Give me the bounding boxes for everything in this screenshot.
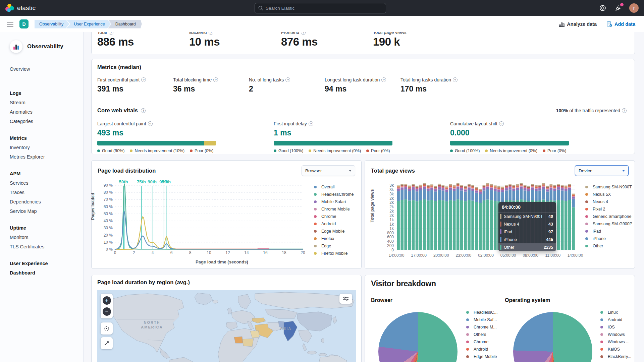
legend-item-edge-mobile[interactable]: Edge Mobile xyxy=(466,353,498,360)
breakdown-select-browser[interactable]: Browser xyxy=(302,165,355,176)
world-map[interactable]: NORTH AMERICA ASIA + − xyxy=(97,290,356,362)
legend-item-headlessc[interactable]: HeadlessC... xyxy=(466,309,498,316)
svg-text:20 %: 20 % xyxy=(104,233,113,238)
legend-item-chrome-m[interactable]: Chrome M... xyxy=(466,323,498,331)
info-icon[interactable]: ? xyxy=(453,77,458,82)
legend-item-samsung-sm-n900t[interactable]: Samsung SM-N900T xyxy=(585,183,632,191)
user-avatar[interactable]: r xyxy=(629,3,639,13)
info-icon[interactable]: ? xyxy=(148,121,153,126)
breadcrumb-user-experience[interactable]: User Experience xyxy=(66,20,111,28)
zoom-in-button[interactable]: + xyxy=(103,296,111,305)
legend-dot xyxy=(585,200,588,203)
add-data-button[interactable]: Add data xyxy=(607,21,635,27)
legend-item-firefox[interactable]: Firefox xyxy=(466,360,498,362)
legend-dot xyxy=(585,245,588,247)
legend-item-generic-smartphone[interactable]: Generic Smartphone xyxy=(585,213,632,220)
sidebar-item-stream[interactable]: Stream xyxy=(10,98,83,107)
info-icon[interactable]: ? xyxy=(213,77,218,82)
legend-dot xyxy=(466,348,469,351)
map-settings-button[interactable] xyxy=(339,294,352,304)
svg-text:30 %: 30 % xyxy=(104,226,113,230)
legend-item-others[interactable]: Others xyxy=(600,360,631,362)
legend-item-windows[interactable]: Windows xyxy=(600,331,631,338)
vital-bar-segment xyxy=(97,141,204,145)
legend-item-blackberry[interactable]: BlackBerry... xyxy=(600,353,631,360)
legend-item-android[interactable]: Android xyxy=(314,220,354,228)
breadcrumb-observability[interactable]: Observability xyxy=(35,20,69,28)
legend-item-firefox-mobile[interactable]: Firefox Mobile xyxy=(314,250,354,257)
total-page-views-panel: Total page views Device Total page views… xyxy=(365,160,635,269)
sidebar-item-anomalies[interactable]: Anomalies xyxy=(10,107,83,117)
sidebar-item-tls-certificates[interactable]: TLS Certificates xyxy=(10,242,83,251)
legend-item-edge-mobile[interactable]: Edge Mobile xyxy=(314,228,354,235)
legend-item-nexus-5x[interactable]: Nexus 5X xyxy=(585,191,632,198)
newsfeed-icon[interactable] xyxy=(614,4,623,12)
breakdown-select-device[interactable]: Device xyxy=(575,165,629,176)
browser-pie-chart[interactable] xyxy=(378,312,458,362)
info-icon[interactable]: ? xyxy=(141,108,146,113)
sidebar-item-traces[interactable]: Traces xyxy=(10,188,83,197)
legend-dot xyxy=(130,149,132,152)
legend-item-pixel-2[interactable]: Pixel 2 xyxy=(585,205,632,213)
locate-button[interactable] xyxy=(101,322,113,335)
legend-item-kaios[interactable]: KaiOS xyxy=(600,346,631,353)
sidebar-item-metrics-explorer[interactable]: Metrics Explorer xyxy=(10,152,83,162)
legend-item-chrome[interactable]: Chrome xyxy=(314,213,354,220)
metric-label: First contentful paint? xyxy=(97,77,173,82)
expand-button[interactable] xyxy=(101,337,113,349)
sidebar-item-service-map[interactable]: Service Map xyxy=(10,206,83,216)
legend-item-samsung-sm-g900p[interactable]: Samsung SM-G900P xyxy=(585,220,632,228)
legend-item-headlesschrome[interactable]: HeadlessChrome xyxy=(314,191,354,198)
legend-item-edge[interactable]: Edge xyxy=(314,242,354,250)
legend-item-android[interactable]: Android xyxy=(600,316,631,323)
legend-item-overall[interactable]: Overall xyxy=(314,183,354,191)
info-icon[interactable]: ? xyxy=(622,108,627,113)
menu-icon[interactable] xyxy=(7,22,13,26)
legend-item-iphone[interactable]: iPhone xyxy=(585,235,632,242)
info-icon[interactable]: ? xyxy=(381,77,386,82)
legend-item-ios[interactable]: iOS xyxy=(600,323,631,331)
legend-item-linux[interactable]: Linux xyxy=(600,309,631,316)
page-load-distribution-chart[interactable]: 0 %10 %20 %30 %40 %50 %60 %70 %80 %90 %0… xyxy=(98,179,326,258)
info-icon[interactable]: ? xyxy=(285,77,290,82)
notification-dot xyxy=(620,3,624,6)
sidebar-nav: OverviewLogsStreamAnomaliesCategoriesMet… xyxy=(10,64,83,278)
legend-item-nexus-4[interactable]: Nexus 4 xyxy=(585,198,632,205)
svg-text:17:00:00: 17:00:00 xyxy=(411,253,427,258)
legend-dot xyxy=(309,149,311,152)
info-icon[interactable]: ? xyxy=(141,77,146,82)
search-input[interactable] xyxy=(266,6,382,11)
sidebar-item-inventory[interactable]: Inventory xyxy=(10,143,83,152)
vital-label: Largest contentful paint? xyxy=(97,121,274,126)
legend-item-mobile-saf[interactable]: Mobile Saf... xyxy=(466,316,498,323)
analyze-data-button[interactable]: Analyze data xyxy=(559,21,597,27)
info-icon[interactable]: ? xyxy=(309,121,313,126)
sidebar-item-dependencies[interactable]: Dependencies xyxy=(10,197,83,206)
os-pie-chart[interactable] xyxy=(513,312,592,362)
sidebar-item-monitors[interactable]: Monitors xyxy=(10,233,83,242)
sidebar-item-dashboard[interactable]: Dashboard xyxy=(10,268,83,278)
info-icon[interactable]: ? xyxy=(499,121,504,126)
legend-item-windows[interactable]: Windows ... xyxy=(600,338,631,346)
top-bar: elastic xyxy=(0,0,644,16)
space-badge[interactable]: D xyxy=(19,19,29,28)
legend-item-other[interactable]: Other xyxy=(585,242,632,250)
legend-item-ipad[interactable]: iPad xyxy=(585,228,632,235)
help-icon[interactable] xyxy=(598,4,607,12)
legend-item-mobile-safari[interactable]: Mobile Safari xyxy=(314,198,354,205)
tooltip-row-other: Other2235 xyxy=(498,243,556,251)
legend-item-chrome-mobile[interactable]: Chrome Mobile xyxy=(314,205,354,213)
elastic-logo[interactable]: elastic xyxy=(5,4,36,12)
sidebar-item-overview[interactable]: Overview xyxy=(10,64,83,74)
kpi-value: 10 ms xyxy=(189,36,281,48)
legend-item-android[interactable]: Android xyxy=(466,346,498,353)
sidebar-item-categories[interactable]: Categories xyxy=(10,117,83,126)
vital-bar xyxy=(450,141,569,145)
sidebar-item-services[interactable]: Services xyxy=(10,178,83,188)
zoom-out-button[interactable]: − xyxy=(103,307,111,316)
global-search[interactable] xyxy=(255,3,386,13)
legend-item-firefox[interactable]: Firefox xyxy=(314,235,354,242)
legend-item-others[interactable]: Others xyxy=(466,331,498,338)
metric-value: 170 ms xyxy=(400,84,476,94)
legend-item-chrome[interactable]: Chrome xyxy=(466,338,498,346)
